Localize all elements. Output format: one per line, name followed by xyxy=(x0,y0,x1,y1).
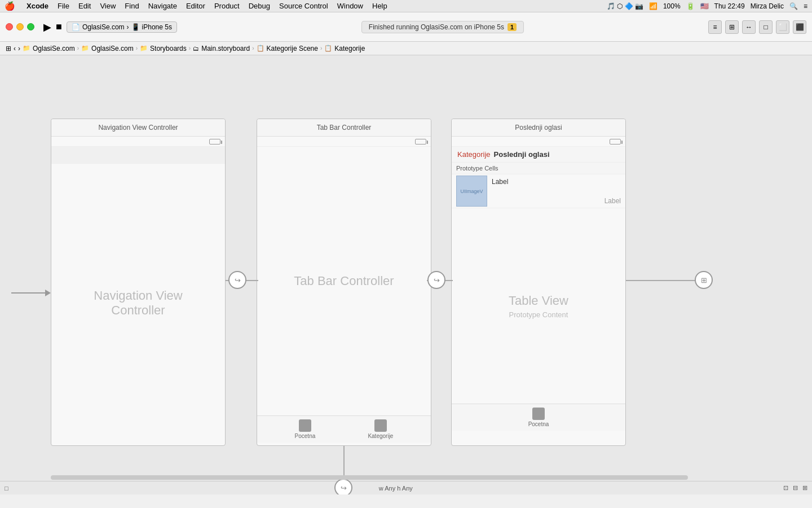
bottom-size-label: w Any h Any xyxy=(379,485,413,492)
scheme-icon: 📄 xyxy=(72,23,80,31)
right-connector-line xyxy=(626,280,705,281)
tab-label-pocetna: Pocetna xyxy=(295,433,316,439)
breadcrumb-item-1[interactable]: 📁 OglasiSe.com xyxy=(81,45,134,52)
tab-vc-center-text: Tab Bar Controller xyxy=(294,274,394,288)
prototype-cell-row[interactable]: UIImageV Label Label xyxy=(452,174,625,208)
breadcrumb-icon-1: 📁 xyxy=(81,45,89,52)
device-name: iPhone 5s xyxy=(142,23,172,31)
navigator-toggle-button[interactable]: ≡ xyxy=(708,20,722,34)
horizontal-scrollbar[interactable] xyxy=(51,475,688,480)
breadcrumb-item-3[interactable]: 🗂 Main.storyboard xyxy=(193,45,250,52)
minimize-button[interactable] xyxy=(16,23,24,30)
breadcrumb-sep-3: › xyxy=(252,45,254,51)
tab-label-kategorije: Kategorije xyxy=(368,433,393,439)
kat-tab-item-pocetna[interactable]: Pocetna xyxy=(528,408,549,427)
version-button[interactable]: ↔ xyxy=(742,20,756,34)
nav-vc-nav-bar xyxy=(51,147,225,164)
breadcrumb-label-5: Kategorije xyxy=(334,45,365,52)
tab-vc-body: Tab Bar Controller xyxy=(257,147,431,415)
cell-label-top: Label xyxy=(492,178,621,186)
tab-vc-title: Tab Bar Controller xyxy=(317,124,372,132)
segue-circle-right[interactable]: ⊞ xyxy=(695,271,713,289)
segue-circle-nav-tab[interactable]: ↪ xyxy=(228,271,246,289)
nav-vc-body: Navigation ViewController xyxy=(51,164,225,443)
tab-vc-tab-bar: Pocetna Kategorije xyxy=(257,415,431,443)
kat-vc-tab-bar: Pocetna xyxy=(452,404,625,431)
tab-bar-controller-box[interactable]: Tab Bar Controller Tab Bar Controller Po… xyxy=(257,119,431,446)
breadcrumb-layout-icon[interactable]: ⊞ xyxy=(6,45,11,52)
menu-file[interactable]: File xyxy=(58,2,69,10)
kat-tab-header: Kategorije Poslednji oglasi xyxy=(452,147,625,163)
user-name: Mirza Delic xyxy=(751,2,784,10)
wifi-icon: 📶 xyxy=(649,2,657,10)
warning-badge[interactable]: 1 xyxy=(508,23,517,31)
nav-vc-status-bar xyxy=(51,137,225,147)
menu-xcode[interactable]: Xcode xyxy=(27,2,48,10)
navigation-view-controller-box[interactable]: Navigation View Controller Navigation Vi… xyxy=(51,119,226,446)
breadcrumb-item-4[interactable]: 📋 Kategorije Scene xyxy=(257,45,318,52)
segue-circle-tab-kat[interactable]: ↪ xyxy=(427,271,445,289)
tab-vc-battery xyxy=(415,139,426,144)
menu-extras-icon[interactable]: ≡ xyxy=(804,2,807,10)
menu-window[interactable]: Window xyxy=(337,2,363,10)
maximize-button[interactable] xyxy=(27,23,34,30)
assistant-button[interactable]: ⊞ xyxy=(725,20,739,34)
menu-debug[interactable]: Debug xyxy=(249,2,270,10)
menu-source-control[interactable]: Source Control xyxy=(279,2,328,10)
menu-edit[interactable]: Edit xyxy=(78,2,91,10)
breadcrumb-item-0[interactable]: 📁 OglasiSe.com xyxy=(23,45,75,52)
stop-button[interactable]: ■ xyxy=(56,21,62,33)
battery-label: 100% xyxy=(663,2,681,10)
layout-button[interactable]: ⬛ xyxy=(793,20,806,34)
breadcrumb-label-1: OglasiSe.com xyxy=(91,45,134,52)
breadcrumb-nav-back[interactable]: ‹ xyxy=(14,45,16,52)
bottom-right-icons: ⊡ ⊟ ⊞ xyxy=(783,484,807,492)
tab-icon-kategorije xyxy=(374,419,387,432)
breadcrumb-label-4: Kategorije Scene xyxy=(267,45,318,52)
kat-tab-icon-pocetna xyxy=(532,408,545,420)
segue-circle-down[interactable]: ↪ xyxy=(334,479,352,494)
bottom-icon-1[interactable]: □ xyxy=(5,485,8,492)
storyboard-canvas[interactable]: Navigation View Controller Navigation Vi… xyxy=(0,55,812,494)
nav-vc-header: Navigation View Controller xyxy=(51,119,225,137)
split-button[interactable]: ⬜ xyxy=(776,20,789,34)
battery-icon: 🔋 xyxy=(686,2,695,10)
cell-labels: Label Label xyxy=(492,178,621,205)
tab-item-kategorije[interactable]: Kategorije xyxy=(368,419,393,439)
kat-tab-kategorije-label[interactable]: Kategorije xyxy=(457,150,491,159)
storyboard-canvas-area[interactable]: Navigation View Controller Navigation Vi… xyxy=(0,55,812,494)
run-button[interactable]: ▶ xyxy=(43,21,51,33)
status-icons: 🎵 ⬡ 🔷 📷 xyxy=(607,2,643,10)
breadcrumb-sep-4: › xyxy=(320,45,322,51)
bottom-icon-fit[interactable]: ⊡ xyxy=(783,484,788,492)
tab-vc-status-bar xyxy=(257,137,431,147)
traffic-lights xyxy=(6,23,34,30)
menu-find[interactable]: Find xyxy=(125,2,139,10)
width-label: w xyxy=(379,485,383,492)
search-icon[interactable]: 🔍 xyxy=(789,2,798,10)
breadcrumb-item-2[interactable]: 📁 Storyboards xyxy=(140,45,187,52)
menu-product[interactable]: Product xyxy=(214,2,240,10)
close-button[interactable] xyxy=(6,23,13,30)
menu-view[interactable]: View xyxy=(100,2,116,10)
tab-item-pocetna[interactable]: Pocetna xyxy=(295,419,316,439)
breadcrumb-nav-fwd[interactable]: › xyxy=(18,45,20,52)
apple-menu-icon[interactable]: 🍎 xyxy=(5,1,15,11)
bottom-icon-zoom-in[interactable]: ⊞ xyxy=(802,484,807,492)
bottom-icon-zoom-out[interactable]: ⊟ xyxy=(793,484,798,492)
menu-editor[interactable]: Editor xyxy=(186,2,205,10)
kat-vc-title: Poslednji oglasi xyxy=(515,124,562,132)
table-view-sub: Prototype Content xyxy=(509,310,568,319)
height-value: Any xyxy=(402,485,413,492)
menu-bar: 🍎 Xcode File Edit View Find Navigate Edi… xyxy=(0,0,812,12)
menu-help[interactable]: Help xyxy=(372,2,387,10)
scheme-selector[interactable]: 📄 OglasiSe.com › 📱 iPhone 5s xyxy=(67,21,177,33)
menu-navigate[interactable]: Navigate xyxy=(148,2,177,10)
nav-vc-battery xyxy=(209,139,220,144)
standard-editor-button[interactable]: □ xyxy=(759,20,773,34)
breadcrumb-item-5[interactable]: 📋 Kategorije xyxy=(324,45,365,52)
breadcrumb-sep-1: › xyxy=(136,45,138,51)
kategorije-vc-box[interactable]: Poslednji oglasi Kategorije Poslednji og… xyxy=(451,119,626,446)
breadcrumb-icon-3: 🗂 xyxy=(193,45,199,52)
kat-tab-posljednji-label[interactable]: Poslednji oglasi xyxy=(494,150,550,159)
